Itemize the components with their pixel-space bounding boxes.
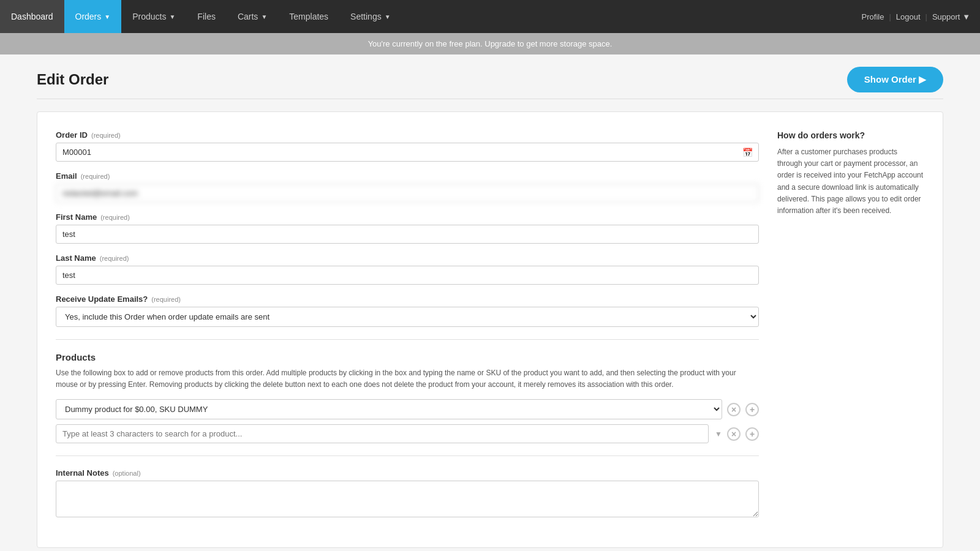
settings-caret-icon: ▼ [385, 13, 391, 20]
nav-label-orders: Orders [75, 12, 102, 21]
products-caret-icon: ▼ [169, 13, 175, 20]
receive-emails-label-text: Receive Update Emails? [56, 294, 148, 304]
product-add-button[interactable]: + [745, 403, 759, 416]
nav-item-settings[interactable]: Settings ▼ [339, 0, 402, 33]
banner-text: You're currently on the free plan. Upgra… [368, 39, 612, 48]
receive-emails-required-tag: (required) [151, 296, 181, 303]
products-divider [56, 339, 759, 340]
internal-notes-textarea[interactable] [56, 481, 759, 517]
order-id-field-group: Order ID (required) 📅 [56, 130, 759, 162]
internal-notes-field-group: Internal Notes (optional) [56, 468, 759, 519]
email-input[interactable] [56, 184, 759, 203]
receive-emails-label: Receive Update Emails? (required) [56, 294, 759, 304]
product-search-input[interactable] [56, 424, 709, 443]
internal-notes-optional-tag: (optional) [113, 470, 141, 477]
last-name-required-tag: (required) [100, 255, 129, 262]
nav-item-orders[interactable]: Orders ▼ [64, 0, 122, 33]
page-title: Edit Order [37, 71, 108, 88]
support-caret-icon: ▼ [962, 12, 970, 21]
product-row-search: ▼ × + [56, 424, 759, 443]
show-order-button[interactable]: Show Order ▶ [847, 67, 943, 92]
navbar-right: Profile | Logout | Support ▼ [852, 0, 980, 33]
orders-caret-icon: ▼ [104, 13, 110, 20]
sidebar-help-text: After a customer purchases products thro… [777, 146, 924, 217]
receive-emails-select[interactable]: Yes, include this Order when order updat… [56, 307, 759, 327]
order-id-label: Order ID (required) [56, 130, 759, 140]
notes-divider [56, 455, 759, 456]
order-id-input-wrapper: 📅 [56, 143, 759, 162]
sidebar-help-title: How do orders work? [777, 130, 924, 140]
nav-label-dashboard: Dashboard [11, 12, 53, 21]
page-container: Edit Order Show Order ▶ Order ID (requir… [18, 54, 962, 551]
first-name-input[interactable] [56, 225, 759, 244]
nav-divider-2: | [925, 12, 927, 21]
product-search-add-button[interactable]: + [745, 427, 759, 441]
first-name-required-tag: (required) [100, 214, 130, 221]
nav-profile-link[interactable]: Profile [862, 12, 884, 21]
form-section: Order ID (required) 📅 Email (required) [56, 130, 759, 529]
order-id-label-text: Order ID [56, 130, 88, 140]
product-search-caret: ▼ [715, 430, 722, 438]
nav-label-files: Files [197, 12, 216, 21]
first-name-label-text: First Name [56, 212, 97, 222]
last-name-label: Last Name (required) [56, 253, 759, 263]
nav-item-dashboard[interactable]: Dashboard [0, 0, 64, 33]
nav-divider-1: | [889, 12, 891, 21]
remove-icon: × [731, 405, 736, 414]
calendar-icon: 📅 [742, 148, 753, 157]
product-remove-button[interactable]: × [727, 403, 741, 416]
internal-notes-label-text: Internal Notes [56, 468, 109, 478]
upgrade-banner: You're currently on the free plan. Upgra… [0, 33, 980, 54]
email-label-text: Email [56, 171, 77, 181]
remove-icon-2: × [731, 430, 736, 438]
nav-logout-link[interactable]: Logout [896, 12, 921, 21]
nav-label-carts: Carts [238, 12, 258, 21]
last-name-input[interactable] [56, 266, 759, 285]
product-existing-select[interactable]: Dummy product for $0.00, SKU DUMMY [56, 399, 722, 419]
product-row-existing: Dummy product for $0.00, SKU DUMMY × + [56, 399, 759, 419]
navbar-left: Dashboard Orders ▼ Products ▼ Files Cart… [0, 0, 852, 33]
page-header: Edit Order Show Order ▶ [37, 67, 943, 92]
last-name-label-text: Last Name [56, 253, 96, 263]
first-name-field-group: First Name (required) [56, 212, 759, 244]
add-icon: + [750, 405, 755, 414]
internal-notes-label: Internal Notes (optional) [56, 468, 759, 478]
email-field-group: Email (required) [56, 171, 759, 203]
order-id-input[interactable] [56, 143, 759, 162]
email-required-tag: (required) [81, 173, 110, 180]
last-name-field-group: Last Name (required) [56, 253, 759, 285]
product-search-remove-button[interactable]: × [727, 427, 741, 441]
order-id-required-tag: (required) [91, 132, 121, 139]
nav-label-products: Products [132, 12, 166, 21]
nav-item-files[interactable]: Files [186, 0, 227, 33]
nav-label-settings: Settings [350, 12, 382, 21]
nav-label-templates: Templates [289, 12, 328, 21]
nav-item-templates[interactable]: Templates [278, 0, 339, 33]
receive-emails-field-group: Receive Update Emails? (required) Yes, i… [56, 294, 759, 327]
first-name-label: First Name (required) [56, 212, 759, 222]
products-section-description: Use the following box to add or remove p… [56, 367, 759, 391]
nav-label-support: Support [932, 12, 960, 21]
email-label: Email (required) [56, 171, 759, 181]
carts-caret-icon: ▼ [261, 13, 267, 20]
main-layout: Order ID (required) 📅 Email (required) [37, 111, 943, 548]
header-divider [37, 99, 943, 99]
products-section-heading: Products [56, 352, 759, 362]
add-icon-2: + [750, 430, 755, 438]
nav-support-link[interactable]: Support ▼ [932, 12, 970, 21]
sidebar-section: How do orders work? After a customer pur… [777, 130, 924, 529]
nav-item-products[interactable]: Products ▼ [121, 0, 186, 33]
nav-item-carts[interactable]: Carts ▼ [227, 0, 278, 33]
navbar: Dashboard Orders ▼ Products ▼ Files Cart… [0, 0, 980, 33]
